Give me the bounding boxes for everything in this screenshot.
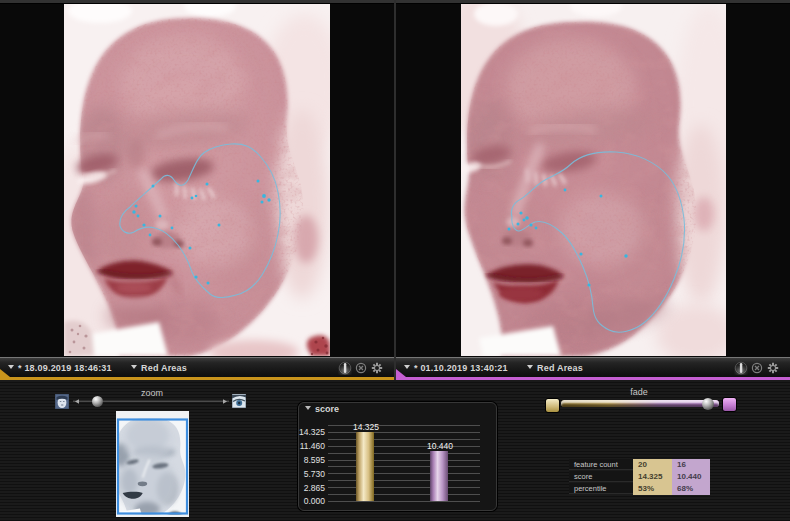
svg-text:14.325: 14.325 xyxy=(299,427,325,437)
svg-text:8.595: 8.595 xyxy=(304,455,326,465)
svg-text:2.865: 2.865 xyxy=(304,483,326,493)
svg-text:11.460: 11.460 xyxy=(300,441,326,451)
svg-text:10.440: 10.440 xyxy=(427,441,453,451)
svg-text:14.325: 14.325 xyxy=(353,422,379,432)
svg-text:5.730: 5.730 xyxy=(304,469,326,479)
svg-text:0.000: 0.000 xyxy=(304,496,326,506)
